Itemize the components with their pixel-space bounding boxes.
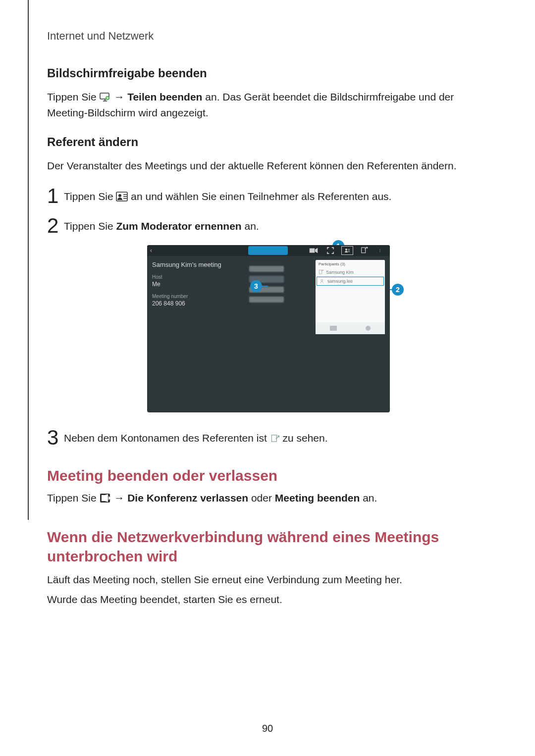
svg-point-8: [380, 251, 380, 251]
paragraph-end-meeting: Tippen Sie → Die Konferenz verlassen ode…: [47, 490, 488, 506]
bold-text: Die Konferenz verlassen: [127, 492, 248, 504]
step-number: 2: [47, 215, 64, 236]
text-fragment: an.: [245, 220, 259, 232]
figure-panel-footer: [316, 322, 385, 334]
svg-point-9: [380, 252, 380, 252]
callout-badge-2: 2: [392, 284, 404, 296]
paragraph-network-2: Wurde das Meeting beendet, starten Sie e…: [47, 592, 488, 607]
page-number: 90: [0, 723, 535, 734]
section-heading-change-presenter: Referent ändern: [47, 135, 488, 149]
bold-text: Teilen beenden: [127, 91, 202, 102]
left-margin-rule: [28, 0, 29, 520]
figure-screen: ‹ Samsung Kim's: [147, 245, 390, 412]
presenter-doc-icon: [270, 433, 280, 443]
svg-rect-4: [310, 249, 315, 253]
svg-point-11: [321, 280, 323, 282]
page-content: Internet und Netzwerk Bildschirmfreigabe…: [47, 0, 488, 607]
figure-back-icon: ‹: [150, 247, 152, 254]
paragraph-change-presenter: Der Veranstalter des Meetings und der ak…: [47, 158, 488, 174]
figure-sidebar: Samsung Kim's meeting Host Me Meeting nu…: [147, 256, 249, 312]
text-fragment: oder: [251, 492, 275, 504]
step-row-2: 2 Tippen Sie Zum Moderator ernennen an.: [47, 212, 488, 233]
svg-point-3: [118, 194, 121, 197]
participants-icon: [116, 191, 128, 202]
share-monitor-icon: [99, 91, 111, 103]
text-fragment: Tippen Sie: [47, 91, 99, 102]
svg-rect-10: [319, 270, 322, 274]
svg-rect-12: [271, 435, 276, 442]
svg-rect-6: [362, 248, 366, 253]
figure-meeting-screenshot: 1 2 ‹: [136, 245, 399, 412]
bold-text: Zum Moderator ernennen: [116, 220, 241, 232]
step-text: Tippen Sie Zum Moderator ernennen an.: [64, 215, 259, 233]
text-fragment: an.: [363, 492, 377, 504]
step-number: 3: [47, 427, 64, 448]
video-icon: [308, 247, 320, 254]
bold-text: Meeting beenden: [275, 492, 360, 504]
step-row-3: 3 Neben dem Kontonamen des Referenten is…: [47, 424, 488, 445]
text-fragment: →: [114, 492, 127, 504]
share-icon: [358, 247, 370, 254]
more-icon: [375, 247, 387, 254]
figure-participants-panel: Participants (3) Samsung Kim samsung.lee: [316, 260, 385, 334]
text-fragment: Neben dem Kontonamen des Referenten ist: [64, 432, 270, 444]
fullscreen-icon: [324, 247, 336, 254]
text-fragment: Tippen Sie: [47, 492, 99, 504]
step-number: 1: [47, 186, 64, 206]
paragraph-stop-share: Tippen Sie → Teilen beenden an. Das Gerä…: [47, 89, 488, 120]
text-fragment: →: [114, 91, 127, 102]
callout-badge-3: 3: [250, 280, 262, 292]
page-header-breadcrumb: Internet und Netzwerk: [47, 30, 488, 43]
step-text: Tippen Sie an und wählen Sie einen Teiln…: [64, 185, 391, 203]
text-fragment: Tippen Sie: [64, 220, 116, 232]
participants-icon-topbar: [341, 246, 353, 255]
figure-topbar: ‹: [147, 245, 390, 256]
text-fragment: Tippen Sie: [64, 191, 116, 202]
section-title-network-drop: Wenn die Netzwerkverbindung während eine…: [47, 527, 488, 566]
text-fragment: an und wählen Sie einen Teilnehmer als R…: [131, 191, 391, 202]
svg-rect-14: [102, 495, 106, 501]
svg-point-7: [380, 249, 380, 250]
svg-point-5: [345, 249, 347, 251]
step-text: Neben dem Kontonamen des Referenten ist …: [64, 427, 328, 445]
figure-tab-active: [248, 246, 288, 255]
section-title-end-meeting: Meeting beenden oder verlassen: [47, 467, 488, 484]
step-row-1: 1 Tippen Sie an und wählen Sie einen Tei…: [47, 183, 488, 203]
exit-door-icon: [99, 492, 111, 504]
section-heading-stop-share: Bildschirmfreigabe beenden: [47, 66, 488, 80]
text-fragment: zu sehen.: [282, 432, 327, 444]
paragraph-network-1: Läuft das Meeting noch, stellen Sie erne…: [47, 572, 488, 588]
